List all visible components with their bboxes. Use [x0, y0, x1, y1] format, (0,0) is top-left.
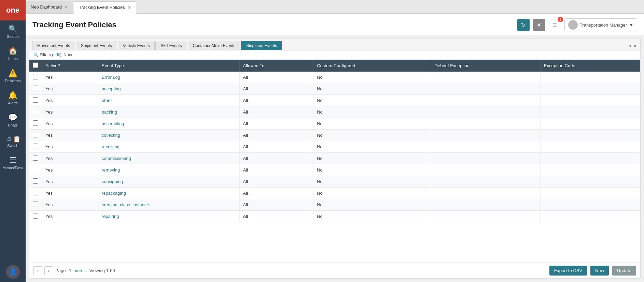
cell-exception-code-8 — [540, 164, 640, 176]
cell-checkbox-5[interactable] — [29, 130, 42, 141]
user-avatar-small — [568, 20, 578, 30]
cell-debrief-exception-1 — [431, 83, 540, 95]
sidebar-item-alerts[interactable]: 🔔 Alerts — [0, 87, 26, 109]
expand-right-button[interactable]: ▸ — [633, 42, 638, 49]
refresh-button[interactable]: ↻ — [517, 19, 530, 31]
sub-tab-skill-events[interactable]: Skill Events — [155, 41, 187, 50]
cell-checkbox-11[interactable] — [29, 199, 42, 211]
sidebar-item-chats[interactable]: 💬 Chats — [0, 109, 26, 131]
cell-checkbox-1[interactable] — [29, 83, 42, 95]
event-type-link-9[interactable]: consigning — [102, 179, 123, 184]
event-type-link-6[interactable]: receiving — [102, 144, 120, 149]
prev-page-button[interactable]: ‹ — [33, 266, 42, 275]
sub-tab-vehicle-events[interactable]: Vehicle Events — [118, 41, 155, 50]
sub-tab-shipment-events[interactable]: Shipment Events — [76, 41, 117, 50]
cell-checkbox-4[interactable] — [29, 118, 42, 130]
row-checkbox-2[interactable] — [33, 97, 38, 103]
event-type-link-7[interactable]: commissioning — [102, 156, 131, 161]
cell-checkbox-7[interactable] — [29, 153, 42, 164]
table-container[interactable]: Active? Event Type Allowed To Custom Con… — [29, 60, 640, 263]
expand-left-button[interactable]: ◂ — [628, 42, 632, 49]
cell-checkbox-0[interactable] — [29, 72, 42, 83]
cell-debrief-exception-11 — [431, 199, 540, 211]
cell-allowed-to-9: All — [239, 176, 313, 188]
cell-checkbox-3[interactable] — [29, 106, 42, 118]
cell-event-type-11[interactable]: creating_class_instance — [98, 199, 239, 211]
row-checkbox-4[interactable] — [33, 120, 38, 126]
next-icon: › — [48, 268, 50, 273]
sidebar-item-search[interactable]: 🔍 Search — [0, 20, 26, 43]
cell-event-type-1[interactable]: accepting — [98, 83, 239, 95]
cell-custom-configured-12: No — [313, 211, 431, 222]
sub-tab-singleton-events[interactable]: Singleton Events — [241, 41, 282, 50]
sidebar-item-menus-favs[interactable]: ☰ Menus/Favs — [0, 152, 26, 174]
cell-event-type-4[interactable]: assembling — [98, 118, 239, 130]
col-select[interactable] — [29, 60, 42, 72]
event-type-link-11[interactable]: creating_class_instance — [102, 202, 149, 207]
cell-event-type-12[interactable]: repairing — [98, 211, 239, 222]
cell-checkbox-12[interactable] — [29, 211, 42, 222]
filter-edit-link[interactable]: edit — [53, 53, 60, 57]
cell-event-type-6[interactable]: receiving — [98, 141, 239, 153]
main-area: Neo Dashboard ✕ Tracking Event Policies … — [26, 0, 644, 282]
sidebar-item-problems[interactable]: ⚠️ Problems — [0, 65, 26, 87]
cell-event-type-8[interactable]: removing — [98, 164, 239, 176]
event-type-link-5[interactable]: collecting — [102, 133, 120, 138]
cell-event-type-7[interactable]: commissioning — [98, 153, 239, 164]
row-checkbox-12[interactable] — [33, 213, 38, 219]
tab-neo-dashboard[interactable]: Neo Dashboard ✕ — [26, 1, 73, 13]
row-checkbox-10[interactable] — [33, 190, 38, 195]
sidebar-item-home[interactable]: 🏠 Home — [0, 43, 26, 65]
cell-checkbox-9[interactable] — [29, 176, 42, 188]
event-type-link-2[interactable]: other — [102, 98, 112, 103]
more-link[interactable]: more... — [73, 268, 87, 273]
row-checkbox-3[interactable] — [33, 109, 38, 114]
row-checkbox-5[interactable] — [33, 132, 38, 137]
row-checkbox-11[interactable] — [33, 202, 38, 207]
cell-event-type-2[interactable]: other — [98, 95, 239, 106]
event-type-link-4[interactable]: assembling — [102, 121, 124, 126]
event-type-link-12[interactable]: repairing — [102, 214, 119, 219]
table-row: Yes collecting All No — [29, 130, 640, 141]
sidebar-item-switch[interactable]: 🖥 📋 Switch — [0, 131, 26, 152]
sub-tab-container-move-events[interactable]: Container Move Events — [188, 41, 241, 50]
app-logo[interactable]: one — [0, 0, 26, 20]
close-button[interactable]: ✕ — [533, 19, 545, 31]
cell-event-type-0[interactable]: Error Log — [98, 72, 239, 83]
cell-checkbox-10[interactable] — [29, 188, 42, 199]
event-type-link-0[interactable]: Error Log — [102, 75, 120, 80]
cell-event-type-5[interactable]: collecting — [98, 130, 239, 141]
cell-checkbox-6[interactable] — [29, 141, 42, 153]
cell-checkbox-2[interactable] — [29, 95, 42, 106]
row-checkbox-0[interactable] — [33, 74, 38, 79]
tab-tracking-event-policies[interactable]: Tracking Event Policies ✕ — [74, 1, 136, 14]
cell-event-type-10[interactable]: repackaging — [98, 188, 239, 199]
cell-checkbox-8[interactable] — [29, 164, 42, 176]
sub-tab-movement-events[interactable]: Movement Events — [32, 41, 75, 50]
cell-custom-configured-3: No — [313, 106, 431, 118]
cell-event-type-9[interactable]: consigning — [98, 176, 239, 188]
row-checkbox-8[interactable] — [33, 167, 38, 172]
row-checkbox-1[interactable] — [33, 86, 38, 91]
alerts-icon: 🔔 — [8, 91, 17, 100]
update-button[interactable]: Update — [612, 266, 636, 276]
export-csv-button[interactable]: Export to CSV — [549, 266, 587, 276]
sidebar: one 🔍 Search 🏠 Home ⚠️ Problems 🔔 Alerts… — [0, 0, 26, 282]
new-button[interactable]: New — [590, 266, 609, 276]
menu-button[interactable]: ≡ 1 — [549, 19, 561, 31]
tab-close-neo-dashboard[interactable]: ✕ — [65, 5, 68, 10]
row-checkbox-9[interactable] — [33, 178, 38, 184]
user-dropdown[interactable]: Transportation Manager ▼ — [564, 18, 637, 31]
cell-event-type-3[interactable]: packing — [98, 106, 239, 118]
cell-debrief-exception-4 — [431, 118, 540, 130]
event-type-link-8[interactable]: removing — [102, 167, 120, 173]
row-checkbox-7[interactable] — [33, 155, 38, 161]
select-all-checkbox[interactable] — [33, 62, 38, 68]
tab-close-tracking-event-policies[interactable]: ✕ — [128, 5, 131, 10]
event-type-link-1[interactable]: accepting — [102, 86, 121, 91]
row-checkbox-6[interactable] — [33, 144, 38, 149]
event-type-link-3[interactable]: packing — [102, 109, 117, 115]
user-avatar[interactable]: 👤 — [6, 265, 20, 279]
next-page-button[interactable]: › — [44, 266, 53, 275]
event-type-link-10[interactable]: repackaging — [102, 191, 126, 196]
